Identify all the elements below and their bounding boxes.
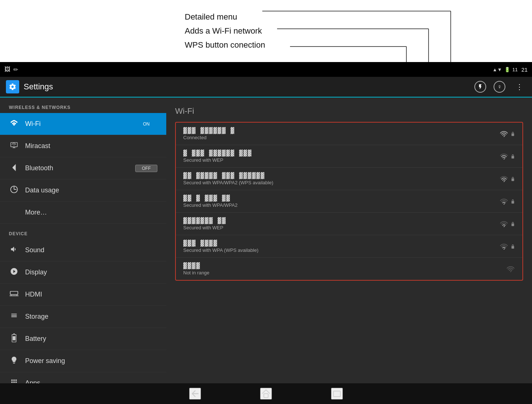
- sound-label: Sound: [25, 246, 157, 254]
- add-wifi-button[interactable]: ♀: [494, 81, 505, 93]
- sidebar-item-battery[interactable]: Battery: [0, 328, 166, 350]
- wifi-icon: [9, 120, 19, 128]
- wifi-info: ▓ ▓▓▓ ▓▓▓▓▓▓ ▓▓▓ Secured with WEP: [183, 150, 499, 163]
- sidebar-item-display[interactable]: Display: [0, 261, 166, 284]
- app-bar-right: ♀ ⋮: [474, 80, 526, 93]
- powersaving-label: Power saving: [25, 357, 157, 365]
- annotation-line-1: Detailed menu: [185, 12, 532, 22]
- status-bar: 🖼 ✏ ▲▼ 🔋 11 21: [0, 62, 532, 77]
- sidebar: WIRELESS & NETWORKS Wi-Fi ON: [0, 97, 166, 383]
- wifi-label: Wi-Fi: [25, 120, 135, 128]
- wifi-network-status: Not in range: [183, 270, 506, 275]
- content-area: Wi-Fi ▓▓▓ ▓▓▓▓▓▓ ▓ Connected ▓ ▓▓▓ ▓▓▓▓▓…: [166, 97, 532, 383]
- wifi-network-status: Secured with WPA/WPA2: [183, 202, 499, 208]
- back-button[interactable]: [189, 388, 201, 400]
- sidebar-item-wifi[interactable]: Wi-Fi ON: [0, 113, 166, 135]
- display-icon: [9, 267, 19, 277]
- sidebar-item-sound[interactable]: Sound: [0, 239, 166, 261]
- wifi-network-status: Secured with WEP: [183, 225, 499, 230]
- wifi-network-item[interactable]: ▓▓▓ ▓▓▓▓ Secured with WPA (WPS available…: [176, 235, 522, 258]
- app-title: Settings: [24, 82, 53, 92]
- battery-label: Battery: [25, 335, 157, 343]
- sidebar-item-apps[interactable]: Apps: [0, 372, 166, 383]
- svg-rect-19: [13, 336, 15, 340]
- hdmi-label: HDMI: [25, 291, 157, 298]
- svg-rect-26: [264, 394, 268, 398]
- wifi-network-status: Secured with WPA/WPA2 (WPS available): [183, 180, 499, 185]
- status-bar-left: 🖼 ✏: [4, 66, 18, 73]
- svg-rect-27: [334, 391, 341, 397]
- wifi-signal-icon: [499, 174, 515, 183]
- app-bar-left: Settings: [6, 80, 53, 93]
- signal-icon: ▲▼: [492, 67, 502, 72]
- home-button[interactable]: [260, 388, 272, 400]
- svg-rect-21: [512, 156, 514, 158]
- wifi-info: ▓▓ ▓ ▓▓▓ ▓▓ Secured with WPA/WPA2: [183, 195, 499, 208]
- sidebar-item-bluetooth[interactable]: Bluetooth OFF: [0, 157, 166, 179]
- battery-level: 11: [512, 67, 518, 72]
- sidebar-item-storage[interactable]: Storage: [0, 306, 166, 328]
- recents-button[interactable]: [331, 388, 343, 400]
- sound-icon: [9, 245, 19, 255]
- annotation-text-3: WPS button conection: [185, 40, 265, 50]
- wifi-network-name: ▓▓ ▓▓▓▓▓ ▓▓▓ ▓▓▓▓▓▓: [183, 172, 499, 179]
- wifi-network-name: ▓▓▓ ▓▓▓▓▓▓ ▓: [183, 127, 499, 134]
- bluetooth-toggle[interactable]: OFF: [135, 165, 157, 172]
- status-icon-gallery: 🖼: [4, 66, 10, 73]
- more-label: More…: [25, 209, 157, 216]
- battery-icon: 🔋: [504, 67, 510, 72]
- wifi-network-name: ▓▓▓▓: [183, 262, 506, 269]
- hdmi-icon: [9, 290, 19, 299]
- wifi-signal-icon: [499, 129, 515, 138]
- wifi-network-name: ▓ ▓▓▓ ▓▓▓▓▓▓ ▓▓▓: [183, 150, 499, 157]
- apps-label: Apps: [25, 379, 157, 383]
- section-wireless-header: WIRELESS & NETWORKS: [0, 97, 166, 113]
- svg-point-9: [14, 144, 15, 145]
- time-display: 21: [521, 66, 528, 73]
- status-bar-right: ▲▼ 🔋 11 21: [492, 66, 528, 73]
- svg-rect-22: [512, 178, 514, 181]
- wifi-toggle[interactable]: ON: [135, 120, 157, 128]
- wifi-info: ▓▓▓ ▓▓▓▓ Secured with WPA (WPS available…: [183, 240, 499, 253]
- wifi-list-box: ▓▓▓ ▓▓▓▓▓▓ ▓ Connected ▓ ▓▓▓ ▓▓▓▓▓▓ ▓▓▓ …: [175, 122, 523, 281]
- display-label: Display: [25, 268, 157, 276]
- annotation-line-3: WPS button conection: [185, 40, 532, 50]
- wifi-signal-icon: [499, 219, 515, 228]
- settings-gear-icon: [8, 83, 17, 91]
- wifi-network-status: Secured with WPA (WPS available): [183, 247, 499, 253]
- wifi-network-item[interactable]: ▓▓ ▓▓▓▓▓ ▓▓▓ ▓▓▓▓▓▓ Secured with WPA/WPA…: [176, 168, 522, 190]
- wps-button[interactable]: [474, 81, 486, 93]
- wifi-network-name: ▓▓▓ ▓▓▓▓: [183, 240, 499, 247]
- miracast-icon: [9, 142, 19, 150]
- sidebar-item-datausage[interactable]: Data usage: [0, 179, 166, 202]
- wifi-network-item[interactable]: ▓▓ ▓ ▓▓▓ ▓▓ Secured with WPA/WPA2: [176, 190, 522, 213]
- sidebar-item-powersaving[interactable]: Power saving: [0, 350, 166, 372]
- main-layout: WIRELESS & NETWORKS Wi-Fi ON: [0, 97, 532, 383]
- storage-icon: [9, 312, 19, 322]
- bluetooth-label: Bluetooth: [25, 164, 135, 172]
- data-usage-icon: [9, 185, 19, 195]
- sidebar-item-miracast[interactable]: Miracast: [0, 135, 166, 157]
- wifi-network-item[interactable]: ▓ ▓▓▓ ▓▓▓▓▓▓ ▓▓▓ Secured with WEP: [176, 145, 522, 168]
- svg-rect-20: [512, 133, 514, 136]
- wifi-network-status: Secured with WEP: [183, 157, 499, 163]
- wifi-network-item[interactable]: ▓▓▓▓▓▓▓ ▓▓ Secured with WEP: [176, 213, 522, 235]
- annotation-line-2: Adds a Wi-Fi network: [185, 26, 532, 36]
- wifi-network-item[interactable]: ▓▓▓ ▓▓▓▓▓▓ ▓ Connected: [176, 123, 522, 145]
- wifi-info: ▓▓▓▓ Not in range: [183, 262, 506, 275]
- battery-sidebar-icon: [9, 333, 19, 344]
- wifi-info: ▓▓▓▓▓▓▓ ▓▓ Secured with WEP: [183, 217, 499, 230]
- svg-rect-25: [512, 246, 514, 249]
- overflow-menu-button[interactable]: ⋮: [513, 80, 526, 93]
- datausage-label: Data usage: [25, 186, 157, 194]
- sidebar-item-hdmi[interactable]: HDMI: [0, 284, 166, 306]
- miracast-label: Miracast: [25, 142, 157, 150]
- sidebar-item-more[interactable]: More…: [0, 202, 166, 224]
- wifi-network-item[interactable]: ▓▓▓▓ Not in range: [176, 258, 522, 280]
- settings-icon-box: [6, 80, 19, 93]
- power-saving-icon: [9, 356, 19, 366]
- status-icon-edit: ✏: [13, 66, 18, 73]
- section-device-header: DEVICE: [0, 224, 166, 239]
- annotation-area: Detailed menu Adds a Wi-Fi network WPS b…: [0, 0, 532, 62]
- svg-rect-24: [512, 223, 514, 226]
